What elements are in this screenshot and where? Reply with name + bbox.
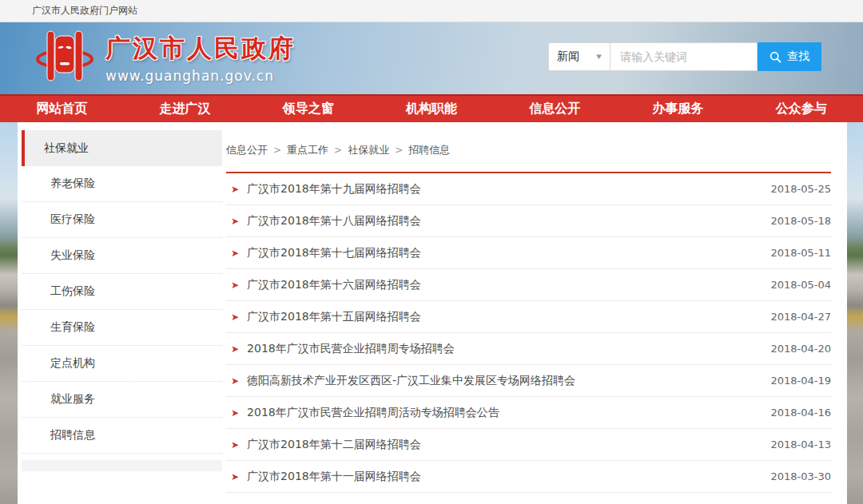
site-search: 新闻 ▼ 查找	[548, 42, 821, 71]
news-date: 2018-05-25	[770, 183, 831, 195]
sidebar-footer-strip	[22, 460, 222, 471]
arrow-bullet-icon: ➤	[231, 440, 239, 450]
search-button-label: 查找	[787, 50, 809, 64]
list-item: ➤ 广汉市2018年第十五届网络招聘会 2018-04-27	[226, 301, 831, 333]
sidebar-item-unemployment[interactable]: 失业保险	[22, 238, 222, 274]
news-link[interactable]: 德阳高新技术产业开发区西区-广汉工业集中发展区专场网络招聘会	[247, 374, 770, 388]
nav-item-leaders[interactable]: 领导之窗	[247, 96, 370, 122]
news-date: 2018-04-27	[770, 311, 831, 323]
news-date: 2018-04-20	[770, 343, 831, 355]
arrow-bullet-icon: ➤	[231, 280, 239, 290]
list-item: ➤ 广汉市2018年第十七届网络招聘会 2018-05-11	[226, 237, 831, 269]
breadcrumb-separator: >	[273, 145, 281, 156]
arrow-bullet-icon: ➤	[231, 472, 239, 482]
search-button[interactable]: 查找	[758, 42, 821, 71]
news-link[interactable]: 广汉市2018年第十二届网络招聘会	[247, 438, 770, 452]
nav-item-participation[interactable]: 公众参与	[740, 96, 863, 122]
news-date: 2018-05-11	[770, 247, 831, 259]
main-panel: 信息公开 > 重点工作 > 社保就业 > 招聘信息 ➤ 广汉市2018年第十九届…	[226, 122, 847, 504]
list-item: ➤ 2018年广汉市民营企业招聘周活动专场招聘会公告 2018-04-16	[226, 397, 831, 429]
news-link[interactable]: 广汉市2018年第十八届网络招聘会	[247, 214, 770, 228]
list-item: ➤ 广汉市2018年第十二届网络招聘会 2018-04-13	[226, 429, 831, 461]
news-link[interactable]: 广汉市2018年第十一届网络招聘会	[247, 470, 770, 484]
chevron-down-icon: ▼	[596, 54, 602, 60]
content-card: 社保就业 养老保险 医疗保险 失业保险 工伤保险 生育保险 定点机构 就业服务 …	[18, 122, 847, 504]
breadcrumb-social-security[interactable]: 社保就业	[348, 143, 389, 157]
news-link[interactable]: 广汉市2018年第十九届网络招聘会	[247, 182, 770, 196]
sidebar-title: 社保就业	[22, 130, 222, 166]
list-item: ➤ 2018年广汉市民营企业招聘周专场招聘会 2018-04-20	[226, 333, 831, 365]
site-title: 广汉市人民政府	[105, 32, 296, 65]
breadcrumb-key-work[interactable]: 重点工作	[287, 143, 328, 157]
arrow-bullet-icon: ➤	[231, 216, 239, 226]
list-item: ➤ 德阳高新技术产业开发区西区-广汉工业集中发展区专场网络招聘会 2018-04…	[226, 365, 831, 397]
sidebar-item-designated-agencies[interactable]: 定点机构	[22, 346, 222, 382]
arrow-bullet-icon: ➤	[231, 185, 239, 194]
arrow-bullet-icon: ➤	[231, 376, 239, 386]
news-date: 2018-04-19	[770, 375, 831, 387]
site-header: 广汉市人民政府 www.guanghan.gov.cn 新闻 ▼ 查找	[0, 22, 863, 94]
arrow-bullet-icon: ➤	[231, 344, 239, 354]
nav-item-about[interactable]: 走进广汉	[123, 96, 246, 122]
sidebar-item-work-injury[interactable]: 工伤保险	[22, 274, 222, 310]
sidebar-item-employment-services[interactable]: 就业服务	[22, 382, 222, 418]
site-url: www.guanghan.gov.cn	[105, 68, 296, 84]
nav-item-functions[interactable]: 机构职能	[370, 96, 493, 122]
news-date: 2018-05-18	[770, 215, 831, 227]
news-link[interactable]: 2018年广汉市民营企业招聘周活动专场招聘会公告	[247, 406, 770, 420]
news-link[interactable]: 2018年广汉市民营企业招聘周专场招聘会	[247, 342, 770, 356]
nav-item-home[interactable]: 网站首页	[0, 96, 123, 122]
nav-item-info-disclosure[interactable]: 信息公开	[493, 96, 616, 122]
list-item: ➤ 广汉市2018年第十一届网络招聘会 2018-03-30	[226, 461, 831, 493]
search-input[interactable]	[610, 42, 758, 71]
list-item: ➤ 广汉市2018年第十九届网络招聘会 2018-05-25	[226, 173, 831, 205]
news-date: 2018-04-13	[770, 439, 831, 450]
news-date: 2018-03-30	[770, 470, 831, 482]
list-item: ➤ 广汉市2018年第十六届网络招聘会 2018-05-04	[226, 269, 831, 301]
sidebar: 社保就业 养老保险 医疗保险 失业保险 工伤保险 生育保险 定点机构 就业服务 …	[18, 122, 222, 504]
breadcrumb-separator: >	[395, 145, 403, 156]
arrow-bullet-icon: ➤	[231, 408, 239, 418]
news-link[interactable]: 广汉市2018年第十七届网络招聘会	[247, 246, 770, 260]
portal-topbar: 广汉市人民政府门户网站	[0, 0, 863, 22]
breadcrumb-current-page: 招聘信息	[408, 143, 450, 157]
breadcrumb-info-disclosure[interactable]: 信息公开	[226, 143, 268, 157]
sidebar-item-job-info[interactable]: 招聘信息	[22, 418, 222, 454]
site-brand[interactable]: 广汉市人民政府 www.guanghan.gov.cn	[35, 27, 296, 88]
news-date: 2018-04-16	[770, 407, 831, 419]
search-icon	[770, 51, 781, 63]
main-nav: 网站首页 走进广汉 领导之窗 机构职能 信息公开 办事服务 公众参与	[0, 94, 863, 122]
brand-text: 广汉市人民政府 www.guanghan.gov.cn	[105, 32, 296, 84]
news-link[interactable]: 广汉市2018年第十六届网络招聘会	[247, 278, 770, 292]
sidebar-item-maternity[interactable]: 生育保险	[22, 310, 222, 346]
search-category-select[interactable]: 新闻 ▼	[548, 42, 610, 71]
arrow-bullet-icon: ➤	[231, 312, 239, 322]
government-logo-icon	[35, 27, 94, 88]
sidebar-item-pension[interactable]: 养老保险	[22, 166, 222, 202]
arrow-bullet-icon: ➤	[231, 248, 239, 258]
breadcrumb-separator: >	[334, 145, 342, 156]
portal-topbar-text: 广汉市人民政府门户网站	[32, 4, 137, 18]
nav-item-services[interactable]: 办事服务	[616, 96, 739, 122]
list-item: ➤ 广汉市2018年第十八届网络招聘会 2018-05-18	[226, 205, 831, 237]
breadcrumb: 信息公开 > 重点工作 > 社保就业 > 招聘信息	[226, 143, 831, 157]
sidebar-item-medical[interactable]: 医疗保险	[22, 202, 222, 238]
news-link[interactable]: 广汉市2018年第十五届网络招聘会	[247, 310, 770, 324]
news-date: 2018-05-04	[770, 279, 831, 291]
search-category-value: 新闻	[557, 50, 579, 64]
